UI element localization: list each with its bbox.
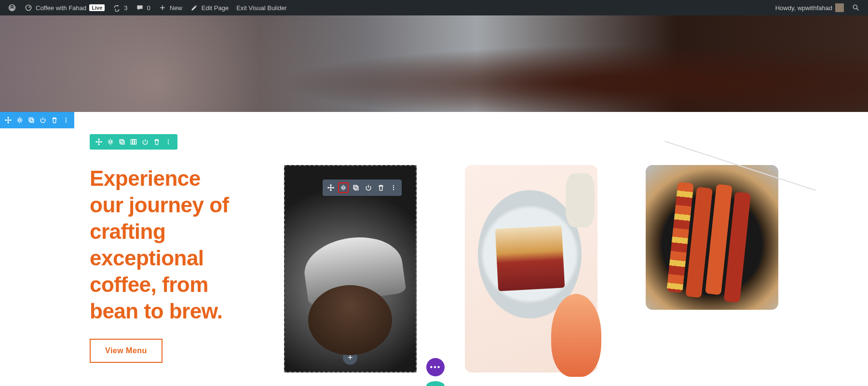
builder-fab[interactable]: •••: [426, 358, 445, 376]
edit-page-link[interactable]: Edit Page: [186, 0, 232, 15]
comments-link[interactable]: 0: [132, 0, 154, 15]
search-icon: [852, 3, 860, 12]
module-toolbar: [323, 179, 402, 196]
image-module-kebab[interactable]: [646, 165, 778, 310]
refresh-icon: [112, 3, 121, 12]
text-column: Experience our journey of crafting excep…: [90, 165, 236, 372]
comment-icon: [136, 3, 144, 12]
image-module-toast[interactable]: [465, 165, 597, 372]
svg-point-21: [393, 185, 393, 186]
account-link[interactable]: Howdy, wpwithfahad: [772, 0, 848, 15]
live-badge: Live: [89, 4, 105, 11]
updates-count: 3: [124, 4, 127, 12]
builder-fab-secondary[interactable]: [426, 381, 445, 386]
site-name-label: Coffee with Fahad: [36, 4, 86, 12]
svg-point-22: [393, 187, 393, 188]
search-toggle[interactable]: [848, 0, 864, 15]
svg-rect-19: [353, 185, 357, 189]
trash-icon[interactable]: [376, 182, 386, 193]
exit-visual-builder-link[interactable]: Exit Visual Builder: [232, 0, 291, 15]
new-content-link[interactable]: New: [154, 0, 186, 15]
site-name-link[interactable]: Coffee with Fahad Live: [20, 0, 108, 15]
plus-icon: [158, 3, 167, 12]
svg-rect-20: [354, 187, 358, 190]
comments-count: 0: [147, 4, 150, 12]
wp-logo[interactable]: [4, 0, 20, 15]
dashboard-icon: [24, 3, 33, 12]
wp-admin-bar: Coffee with Fahad Live 3 0 New Edit Page…: [0, 0, 868, 15]
more-icon[interactable]: [388, 182, 399, 193]
avatar: [835, 3, 844, 12]
hero-banner: [0, 15, 868, 112]
wordpress-icon: [8, 3, 16, 12]
image-module-coffee-grinder[interactable]: +: [284, 165, 417, 372]
pencil-icon: [190, 3, 199, 12]
edit-page-label: Edit Page: [202, 4, 229, 12]
hero-heading[interactable]: Experience our journey of crafting excep…: [90, 165, 236, 324]
gear-icon[interactable]: [338, 182, 349, 193]
add-module-button[interactable]: +: [343, 350, 357, 365]
svg-point-2: [853, 5, 857, 9]
move-icon[interactable]: [326, 182, 336, 193]
content-row: Experience our journey of crafting excep…: [0, 112, 868, 372]
view-menu-button[interactable]: View Menu: [90, 339, 163, 363]
howdy-label: Howdy, wpwithfahad: [775, 4, 832, 12]
exit-vb-label: Exit Visual Builder: [236, 4, 287, 12]
updates-link[interactable]: 3: [108, 0, 131, 15]
svg-point-18: [342, 187, 344, 189]
power-icon[interactable]: [363, 182, 374, 193]
svg-point-23: [393, 189, 393, 190]
duplicate-icon[interactable]: [351, 182, 361, 193]
new-label: New: [170, 4, 182, 12]
